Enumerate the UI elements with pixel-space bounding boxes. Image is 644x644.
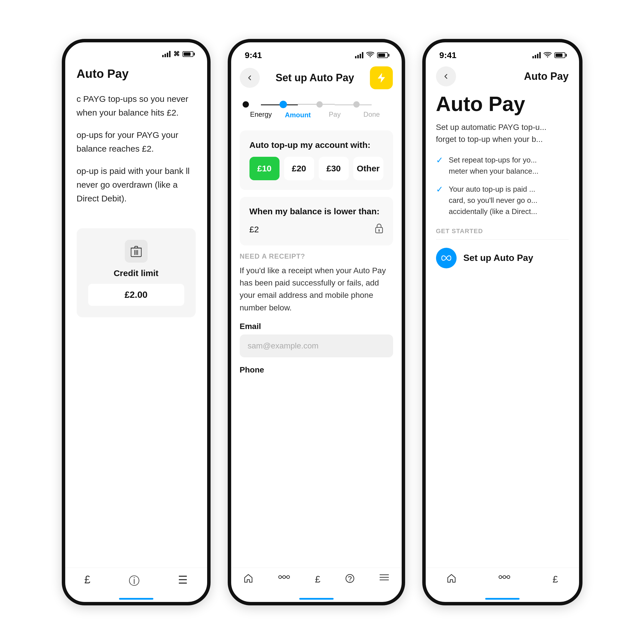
amount-btn-20[interactable]: £20 — [284, 157, 314, 180]
receipt-section: NEED A RECEIPT? If you'd like a receipt … — [231, 252, 402, 384]
check-text-1: Set repeat top-ups for yo...meter when y… — [449, 154, 539, 177]
right-nav-payments[interactable]: £ — [552, 574, 558, 585]
right-phone: 9:41 — [422, 39, 582, 605]
svg-point-20 — [499, 576, 502, 578]
center-back-button[interactable] — [240, 68, 260, 88]
amount-options: £10 £20 £30 Other — [249, 157, 383, 180]
amount-btn-other[interactable]: Other — [353, 157, 383, 180]
left-battery-icon — [183, 51, 193, 57]
progress-steps: Energy Amount Pay — [231, 95, 402, 128]
center-wifi-icon — [366, 51, 374, 59]
check-icon-1: ✓ — [436, 155, 443, 165]
right-nav-home[interactable] — [447, 574, 456, 583]
right-signal-icon — [532, 52, 541, 58]
trash-icon[interactable] — [125, 240, 148, 263]
right-status-bar: 9:41 — [426, 42, 579, 64]
step-dot-pay — [316, 101, 323, 108]
check-item-2: ✓ Your auto top-up is paid ...card, so y… — [436, 184, 569, 217]
divider — [436, 239, 569, 240]
step-label-amount: Amount — [285, 111, 311, 119]
step-label-pay: Pay — [329, 110, 340, 118]
balance-value: £2 — [249, 225, 259, 234]
left-nav-help[interactable]: ⓘ — [129, 574, 140, 588]
left-status-bar: ⌘ — [65, 42, 207, 61]
balance-section: When my balance is lower than: £2 — [240, 197, 393, 245]
email-input[interactable]: sam@example.com — [240, 334, 393, 357]
svg-point-11 — [287, 576, 290, 578]
left-phone: ⌘ Auto Pay c PAYG top-ups so you never w… — [62, 39, 211, 605]
balance-section-title: When my balance is lower than: — [249, 207, 383, 216]
check-icon-2: ✓ — [436, 184, 443, 194]
step-amount: Amount — [280, 101, 316, 119]
right-nav-indicator — [485, 598, 520, 600]
amount-section-title: Auto top-up my account with: — [249, 140, 383, 150]
step-energy: Energy — [243, 101, 280, 118]
right-main-title: Auto Pay — [436, 92, 569, 116]
center-payments-icon: £ — [315, 574, 320, 585]
help-icon: ⓘ — [129, 574, 140, 588]
center-nav-menu[interactable] — [379, 574, 389, 581]
center-nav-activity[interactable] — [278, 574, 290, 580]
amount-section: Auto top-up my account with: £10 £20 £30… — [240, 130, 393, 190]
right-header: Auto Pay — [426, 64, 579, 92]
check-text-2: Your auto top-up is paid ...card, so you… — [449, 184, 538, 217]
left-nav-title: Auto Pay — [65, 61, 207, 86]
left-wifi-icon: ⌘ — [173, 50, 180, 58]
svg-point-14 — [346, 574, 354, 582]
setup-auto-pay-button[interactable]: Set up Auto Pay — [436, 248, 569, 268]
center-nav-payments[interactable]: £ — [315, 574, 320, 585]
center-status-icons — [355, 51, 388, 59]
svg-point-22 — [507, 576, 510, 578]
right-description: Set up automatic PAYG top-u...forget to … — [436, 121, 569, 145]
left-text2: op-ups for your PAYG your balance reache… — [77, 128, 196, 156]
get-started-label: GET STARTED — [436, 227, 569, 235]
center-header: Set up Auto Pay — [231, 64, 402, 95]
email-label: Email — [240, 322, 393, 331]
receipt-label: NEED A RECEIPT? — [240, 252, 393, 260]
center-status-bar: 9:41 — [231, 42, 402, 64]
left-nav-indicator — [119, 598, 153, 600]
left-credit-card: Credit limit £2.00 — [77, 228, 196, 317]
credit-limit-value: £2.00 — [88, 284, 184, 306]
right-header-title: Auto Pay — [524, 70, 568, 82]
amount-btn-10[interactable]: £10 — [249, 157, 280, 180]
right-bottom-nav: £ — [426, 568, 579, 602]
receipt-description: If you'd like a receipt when your Auto P… — [240, 264, 393, 314]
center-nav-home[interactable] — [243, 574, 253, 583]
svg-point-21 — [503, 576, 506, 578]
right-back-button[interactable] — [436, 66, 456, 86]
step-label-done: Done — [363, 110, 380, 118]
right-status-icons — [532, 51, 565, 60]
left-signal-icon — [162, 51, 171, 57]
left-status-icons: ⌘ — [162, 50, 193, 58]
center-time: 9:41 — [245, 50, 262, 60]
right-nav-activity[interactable] — [498, 574, 511, 580]
balance-row: £2 — [249, 223, 383, 236]
center-header-title: Set up Auto Pay — [276, 72, 354, 84]
step-done: Done — [353, 101, 390, 118]
center-nav-indicator — [299, 598, 334, 600]
right-time: 9:41 — [439, 50, 457, 60]
center-battery-icon — [377, 52, 388, 58]
step-dot-done — [353, 101, 360, 108]
phone-label: Phone — [240, 365, 393, 374]
step-dot-energy — [243, 101, 249, 108]
center-bottom-nav: £ — [231, 568, 402, 602]
lightning-button[interactable] — [370, 66, 393, 89]
center-nav-help[interactable] — [345, 574, 355, 583]
setup-btn-label: Set up Auto Pay — [463, 253, 533, 263]
step-dot-amount — [280, 101, 287, 108]
left-nav-payments[interactable]: £ — [84, 574, 90, 586]
svg-point-9 — [279, 576, 282, 578]
credit-limit-label: Credit limit — [114, 268, 158, 278]
left-text3: op-up is paid with your bank ll never go… — [77, 164, 196, 205]
center-signal-icon — [355, 52, 363, 58]
step-pay: Pay — [316, 101, 353, 118]
svg-point-5 — [370, 56, 371, 57]
left-bottom-nav: £ ⓘ ☰ — [65, 568, 207, 602]
menu-icon: ☰ — [178, 574, 188, 586]
step-label-energy: Energy — [250, 110, 272, 118]
amount-btn-30[interactable]: £30 — [319, 157, 349, 180]
svg-point-10 — [283, 576, 286, 578]
left-nav-menu[interactable]: ☰ — [178, 574, 188, 586]
